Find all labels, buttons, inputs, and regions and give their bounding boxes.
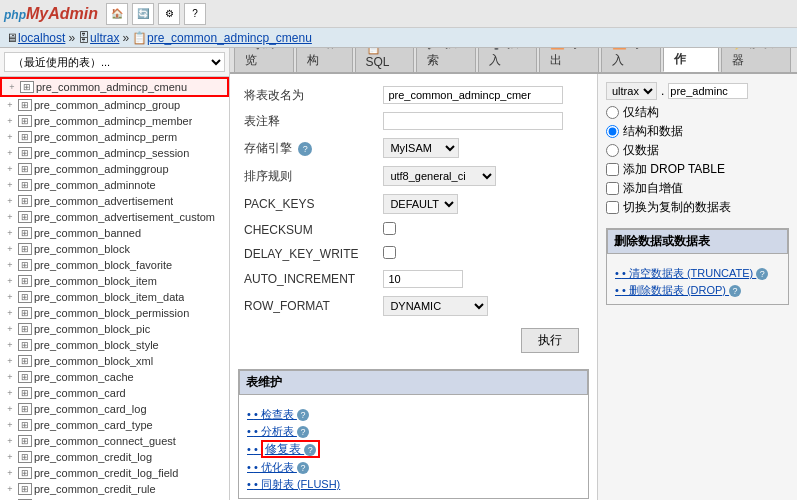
- copy-radio[interactable]: [606, 144, 619, 157]
- copy-radio[interactable]: [606, 106, 619, 119]
- copy-table-input[interactable]: [668, 83, 748, 99]
- sidebar-item[interactable]: + pre_common_block_permission: [0, 305, 229, 321]
- table-icon: [18, 275, 32, 287]
- sidebar-item[interactable]: + pre_common_block_favorite: [0, 257, 229, 273]
- collation-select[interactable]: utf8_general_ciutf8_unicode_cilatin1_swe…: [383, 166, 496, 186]
- storage-select[interactable]: MyISAMInnoDBMEMORYCSV: [383, 138, 459, 158]
- copy-radio[interactable]: [606, 125, 619, 138]
- recent-tables-dropdown[interactable]: （最近使用的表）...: [4, 52, 225, 72]
- sidebar-item[interactable]: + pre_common_adminggroup: [0, 161, 229, 177]
- table-icon: [18, 227, 32, 239]
- sidebar-item[interactable]: + pre_common_admincp_group: [0, 97, 229, 113]
- maintenance-link[interactable]: • 检查表 ?: [247, 407, 580, 422]
- tab-label: 触发器: [732, 48, 774, 67]
- expand-icon: +: [2, 418, 18, 432]
- tab-label: 搜索: [427, 48, 457, 67]
- sidebar-item[interactable]: + pre_common_block_item: [0, 273, 229, 289]
- storage-help-icon[interactable]: ?: [298, 142, 312, 156]
- pack-keys-label: PACK_KEYS: [238, 190, 377, 218]
- refresh-button[interactable]: 🔄: [132, 3, 154, 25]
- checksum-label: CHECKSUM: [238, 218, 377, 242]
- tab-搜索[interactable]: 🔎搜索: [416, 48, 476, 72]
- sidebar-item[interactable]: + pre_common_admincp_member: [0, 113, 229, 129]
- copy-checkbox-label: 添加 DROP TABLE: [623, 161, 725, 178]
- table-icon: [18, 419, 32, 431]
- breadcrumb-server[interactable]: localhost: [18, 31, 65, 45]
- sidebar-item[interactable]: + pre_common_block: [0, 241, 229, 257]
- sidebar-item[interactable]: + pre_common_banned: [0, 225, 229, 241]
- help-button[interactable]: ?: [184, 3, 206, 25]
- tab-导出[interactable]: 📤导出: [539, 48, 599, 72]
- sidebar-item[interactable]: + pre_common_block_pic: [0, 321, 229, 337]
- expand-icon: +: [2, 226, 18, 240]
- sidebar-item[interactable]: + pre_common_admincp_perm: [0, 129, 229, 145]
- sidebar-item[interactable]: + pre_common_block_xml: [0, 353, 229, 369]
- breadcrumb-db-icon: 🗄: [78, 31, 90, 45]
- breadcrumb-table[interactable]: pre_common_admincp_cmenu: [147, 31, 312, 45]
- sidebar-item[interactable]: + pre_common_connect_guest: [0, 433, 229, 449]
- copy-checkbox[interactable]: [606, 163, 619, 176]
- auto-increment-input[interactable]: [383, 270, 463, 288]
- copy-db-select[interactable]: ultrax: [606, 82, 657, 100]
- expand-icon: +: [2, 98, 18, 112]
- sidebar-label: pre_common_connect_guest: [34, 435, 176, 447]
- sidebar-item[interactable]: + pre_common_cache: [0, 369, 229, 385]
- collation-label: 排序规则: [238, 162, 377, 190]
- comment-input[interactable]: [383, 112, 563, 130]
- sidebar-label: pre_common_block_item: [34, 275, 157, 287]
- sidebar-label: pre_common_advertisement: [34, 195, 173, 207]
- sidebar-item[interactable]: + pre_common_block_item_data: [0, 289, 229, 305]
- sidebar-item[interactable]: + pre_common_card_type: [0, 417, 229, 433]
- maintenance-link[interactable]: • 同射表 (FLUSH): [247, 477, 580, 492]
- tab-icon: 🏗: [307, 48, 319, 50]
- maintenance-link[interactable]: • 优化表 ?: [247, 460, 580, 475]
- sidebar-item[interactable]: + pre_common_card: [0, 385, 229, 401]
- sidebar-item[interactable]: + pre_common_credit_rule: [0, 481, 229, 497]
- maintenance-link[interactable]: • 分析表 ?: [247, 424, 580, 439]
- execute-button[interactable]: 执行: [521, 328, 579, 353]
- sidebar-label: pre_common_credit_log_field: [34, 467, 178, 479]
- operations-form: 将表改名为 表注释 存储引擎 ? MyISAMInnoDBMEMORYCS: [238, 82, 589, 361]
- expand-icon: +: [2, 114, 18, 128]
- sidebar-item[interactable]: + pre_common_credit_log_field: [0, 465, 229, 481]
- tab-结构[interactable]: 🏗结构: [296, 48, 353, 72]
- sidebar-item[interactable]: + pre_common_card_log: [0, 401, 229, 417]
- sidebar-label: pre_common_admincp_member: [34, 115, 192, 127]
- tab-SQL[interactable]: 📋SQL: [355, 48, 415, 72]
- row-format-select[interactable]: DYNAMICCOMPACTREDUNDANTCOMPRESSED: [383, 296, 488, 316]
- tab-导入[interactable]: 📥导入: [601, 48, 661, 72]
- sidebar-item[interactable]: + pre_common_advertisement_custom: [0, 209, 229, 225]
- sidebar-label: pre_common_card: [34, 387, 126, 399]
- sidebar-item[interactable]: + pre_common_advertisement: [0, 193, 229, 209]
- delete-link[interactable]: • 清空数据表 (TRUNCATE) ?: [615, 266, 780, 281]
- breadcrumb-database[interactable]: ultrax: [90, 31, 119, 45]
- tab-操作[interactable]: ⚙操作: [663, 48, 719, 72]
- comment-label: 表注释: [238, 108, 377, 134]
- tab-触发器[interactable]: ⚡触发器: [721, 48, 791, 72]
- sidebar-item[interactable]: + pre_common_admincp_session: [0, 145, 229, 161]
- table-icon: [18, 163, 32, 175]
- maintenance-link[interactable]: • 修复表 ?: [247, 441, 580, 458]
- settings-button[interactable]: ⚙: [158, 3, 180, 25]
- checksum-checkbox[interactable]: [383, 222, 396, 235]
- tab-插入[interactable]: ➕插入: [478, 48, 538, 72]
- sidebar-label: pre_common_adminnote: [34, 179, 156, 191]
- tab-浏览[interactable]: 🔍浏览: [234, 48, 294, 72]
- rename-input[interactable]: [383, 86, 563, 104]
- delay-key-checkbox[interactable]: [383, 246, 396, 259]
- sidebar-item[interactable]: + pre_common_block_style: [0, 337, 229, 353]
- copy-checkbox[interactable]: [606, 182, 619, 195]
- expand-icon: +: [2, 306, 18, 320]
- sidebar-item[interactable]: + pre_common_admincp_cmenu: [0, 77, 229, 97]
- sidebar-item[interactable]: + pre_common_credit_log: [0, 449, 229, 465]
- table-icon: [18, 339, 32, 351]
- expand-icon: +: [2, 402, 18, 416]
- home-button[interactable]: 🏠: [106, 3, 128, 25]
- pack-keys-select[interactable]: DEFAULT01: [383, 194, 458, 214]
- copy-checkbox[interactable]: [606, 201, 619, 214]
- copy-db-row: ultrax .: [606, 82, 789, 100]
- expand-icon: +: [2, 370, 18, 384]
- tab-icon: 🔎: [427, 48, 442, 50]
- delete-link[interactable]: • 删除数据表 (DROP) ?: [615, 283, 780, 298]
- sidebar-item[interactable]: + pre_common_adminnote: [0, 177, 229, 193]
